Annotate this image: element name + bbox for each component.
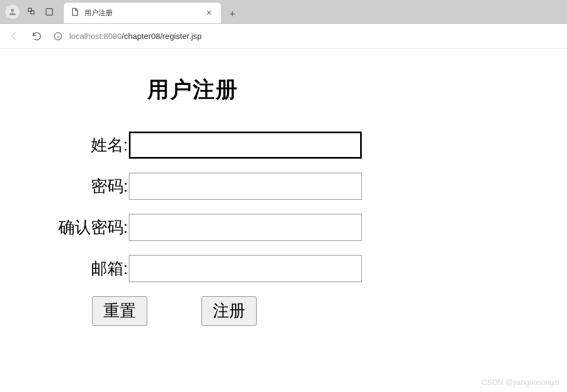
button-row: 重置 注册 (92, 296, 556, 326)
svg-rect-3 (46, 9, 53, 15)
label-confirm-password: 确认密码: (11, 217, 129, 239)
new-tab-button[interactable]: + (223, 5, 242, 23)
page-content: 用户注册 姓名: 密码: 确认密码: 邮箱: 重置 注册 (0, 49, 567, 342)
address-bar: localhost:8080/chapter08/register.jsp (0, 24, 567, 49)
browser-tab[interactable]: 用户注册 × (64, 3, 221, 23)
tab-title: 用户注册 (84, 8, 198, 18)
form-row-name: 姓名: (11, 132, 556, 159)
browser-tab-strip: 用户注册 × + (0, 0, 567, 24)
email-input[interactable] (129, 255, 362, 282)
url-path: /chapter08/register.jsp (122, 31, 202, 41)
confirm-password-input[interactable] (129, 214, 362, 241)
back-button[interactable] (8, 30, 21, 43)
profile-icon[interactable] (5, 5, 19, 19)
name-input[interactable] (129, 132, 362, 159)
url-host: localhost (69, 31, 101, 41)
page-icon (70, 8, 79, 18)
url-port: :8080 (101, 31, 122, 41)
label-password: 密码: (11, 175, 129, 198)
watermark: CSDN @jianguosongzi (482, 378, 559, 387)
svg-point-0 (11, 9, 14, 12)
tab-actions-icon[interactable] (44, 7, 54, 17)
label-email: 邮箱: (11, 258, 129, 280)
close-icon[interactable]: × (204, 8, 214, 18)
form-row-confirm-password: 确认密码: (11, 214, 556, 241)
form-row-email: 邮箱: (11, 255, 556, 282)
url-text[interactable]: localhost:8080/chapter08/register.jsp (69, 31, 201, 41)
reset-button[interactable]: 重置 (92, 296, 147, 326)
page-title: 用户注册 (147, 75, 556, 104)
form-row-password: 密码: (11, 173, 556, 200)
label-name: 姓名: (11, 134, 129, 156)
site-info-icon[interactable] (53, 31, 63, 41)
workspaces-icon[interactable] (27, 7, 37, 17)
refresh-button[interactable] (30, 30, 43, 43)
submit-button[interactable]: 注册 (201, 296, 257, 326)
password-input[interactable] (129, 173, 362, 200)
